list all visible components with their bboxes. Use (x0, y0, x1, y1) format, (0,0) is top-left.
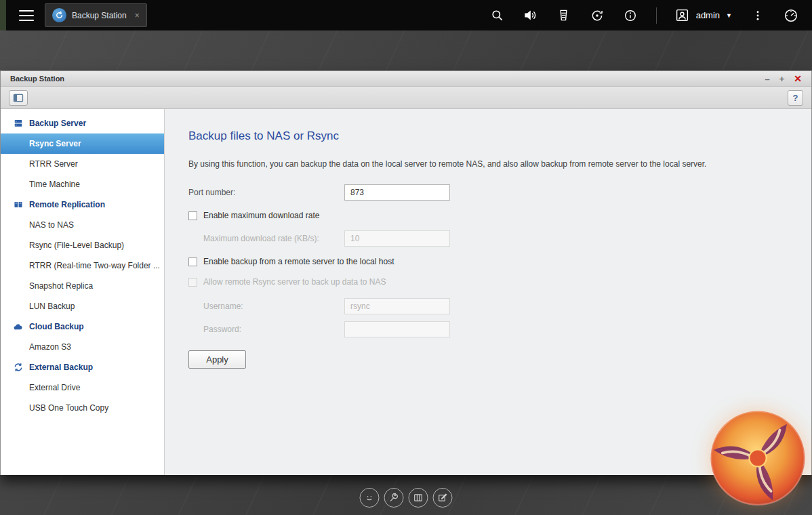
page-description: By using this function, you can backup t… (188, 159, 784, 169)
max-download-rate-row: Maximum download rate (KB/s): (188, 230, 784, 247)
sidebar-item-lun-backup[interactable]: LUN Backup (1, 296, 164, 316)
sidebar-nav: Backup Server Rsync Server RTRR Server T… (1, 109, 165, 475)
sidebar-item-amazon-s3[interactable]: Amazon S3 (1, 337, 164, 357)
tools-icon[interactable] (384, 488, 404, 508)
main-menu-icon[interactable] (19, 10, 34, 21)
max-download-rate-label: Maximum download rate (KB/s): (203, 234, 344, 243)
sidebar-item-label: NAS to NAS (29, 220, 74, 230)
notes-icon[interactable] (433, 488, 453, 508)
desktop-dock (360, 488, 453, 508)
user-menu[interactable]: admin ▼ (675, 8, 732, 23)
sidebar-section-external-backup[interactable]: External Backup (1, 357, 164, 377)
window-toolbar: ? (1, 87, 811, 109)
desktop-screen: Backup Station × (0, 0, 812, 515)
sidebar-item-label: External Drive (29, 383, 80, 392)
sidebar-item-nas-to-nas[interactable]: NAS to NAS (1, 215, 164, 235)
system-topbar: Backup Station × (0, 0, 812, 30)
sidebar-item-label: Snapshot Replica (29, 281, 93, 291)
sidebar-item-label: External Backup (29, 363, 93, 372)
password-input (344, 321, 450, 337)
sidebar-item-time-machine[interactable]: Time Machine (1, 174, 164, 194)
volume-icon[interactable] (523, 8, 538, 23)
username-row: Username: (188, 298, 784, 314)
password-row: Password: (188, 321, 784, 337)
sidebar-item-label: Backup Server (29, 119, 86, 128)
dashboard-gauge-icon[interactable] (784, 8, 798, 23)
user-name-label: admin (696, 10, 720, 20)
sidebar-section-cloud-backup[interactable]: Cloud Backup (1, 316, 164, 337)
maximize-button[interactable]: + (779, 75, 785, 83)
sidebar-item-rtrr-server[interactable]: RTRR Server (1, 154, 164, 174)
close-button[interactable]: ✕ (794, 74, 802, 83)
sidebar-item-label: Cloud Backup (29, 322, 84, 331)
apply-button[interactable]: Apply (188, 350, 246, 369)
replication-icon (13, 200, 23, 210)
username-label: Username: (203, 302, 344, 311)
window-titlebar[interactable]: Backup Station – + ✕ (1, 71, 811, 87)
topbar-divider (656, 7, 657, 24)
backup-station-app-icon (52, 8, 66, 22)
feedback-icon[interactable] (360, 488, 380, 508)
sidebar-item-usb-one-touch-copy[interactable]: USB One Touch Copy (1, 398, 164, 418)
window-body: Backup Server Rsync Server RTRR Server T… (1, 109, 811, 475)
info-icon[interactable] (623, 8, 638, 23)
tab-backup-station[interactable]: Backup Station × (45, 3, 147, 27)
columns-view-icon[interactable] (409, 488, 428, 508)
more-options-icon[interactable] (750, 8, 765, 23)
sidebar-item-label: LUN Backup (29, 302, 75, 311)
sidebar-section-backup-server[interactable]: Backup Server (1, 113, 164, 133)
enable-max-download-rate-checkbox[interactable] (188, 211, 197, 220)
enable-remote-backup-checkbox[interactable] (188, 258, 197, 266)
max-download-rate-input (344, 230, 450, 247)
password-label: Password: (203, 325, 344, 334)
topbar-actions: admin ▼ (490, 7, 812, 24)
qnap-swirl-logo (708, 408, 808, 508)
port-number-label: Port number: (188, 188, 344, 197)
user-icon (675, 8, 690, 23)
sidebar-item-label: USB One Touch Copy (29, 403, 108, 413)
cloud-icon (13, 322, 23, 332)
window-title: Backup Station (1, 75, 64, 83)
sidebar-item-label: Remote Replication (29, 200, 105, 209)
sidebar-item-label: Time Machine (29, 180, 80, 189)
allow-rsync-label: Allow remote Rsync server to back up dat… (203, 277, 386, 287)
sidebar-item-label: Rsync (File-Level Backup) (29, 241, 124, 250)
port-number-input[interactable] (344, 184, 450, 201)
sidebar-item-label: Amazon S3 (29, 342, 71, 352)
sync-status-icon[interactable] (590, 8, 605, 23)
window-controls: – + ✕ (765, 74, 811, 83)
enable-max-download-rate-row: Enable maximum download rate (188, 210, 784, 221)
sidebar-item-external-drive[interactable]: External Drive (1, 377, 164, 398)
tab-label: Backup Station (72, 11, 127, 20)
page-title: Backup files to NAS or Rsync (188, 129, 784, 143)
toggle-sidebar-button[interactable] (9, 90, 28, 106)
chevron-down-icon: ▼ (726, 12, 732, 19)
port-number-row: Port number: (188, 184, 784, 201)
help-button[interactable]: ? (788, 90, 803, 106)
server-icon (13, 119, 23, 129)
sidebar-item-snapshot-replica[interactable]: Snapshot Replica (1, 276, 164, 296)
backup-station-window: Backup Station – + ✕ ? (0, 70, 812, 475)
sync-arrows-icon (13, 363, 23, 373)
sidebar-item-label: RTRR Server (29, 159, 78, 169)
allow-rsync-checkbox (188, 278, 197, 287)
sidebar-item-label: RTRR (Real-time Two-way Folder ... (29, 261, 160, 270)
minimize-button[interactable]: – (765, 75, 769, 83)
sidebar-item-label: Rsync Server (29, 139, 81, 148)
enable-remote-backup-row: Enable backup from a remote server to th… (188, 256, 784, 267)
sidebar-item-rtrr-realtime[interactable]: RTRR (Real-time Two-way Folder ... (1, 255, 164, 276)
search-icon[interactable] (490, 8, 505, 23)
topbar-edge-decoration (0, 0, 6, 30)
enable-max-download-rate-label: Enable maximum download rate (203, 211, 319, 220)
tab-close-icon[interactable]: × (135, 11, 140, 20)
username-input (344, 298, 450, 314)
enable-remote-backup-label: Enable backup from a remote server to th… (203, 257, 394, 266)
allow-rsync-row: Allow remote Rsync server to back up dat… (188, 276, 784, 287)
sidebar-section-remote-replication[interactable]: Remote Replication (1, 194, 164, 215)
sidebar-item-rsync-server[interactable]: Rsync Server (1, 133, 164, 154)
sidebar-item-rsync-file-level[interactable]: Rsync (File-Level Backup) (1, 235, 164, 255)
background-tasks-icon[interactable] (556, 8, 571, 23)
